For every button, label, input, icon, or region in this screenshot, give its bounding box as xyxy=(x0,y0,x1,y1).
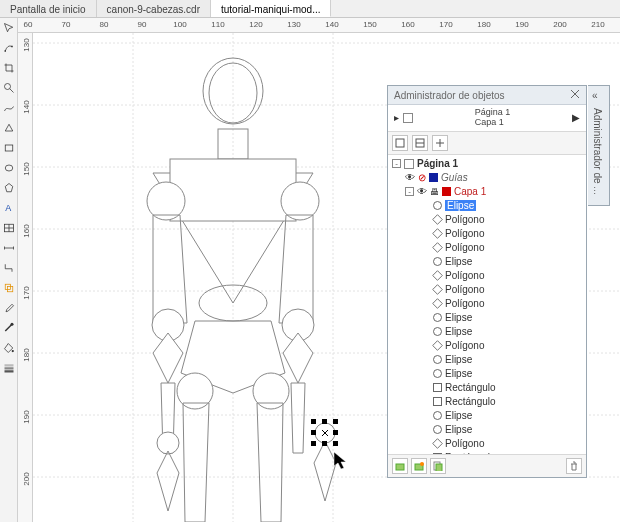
mannequin-figure[interactable] xyxy=(147,58,336,522)
tree-object-row[interactable]: Elipse xyxy=(388,367,586,381)
svg-line-3 xyxy=(10,89,14,93)
ruler-vertical[interactable]: 130140150160170180190200 xyxy=(18,33,33,522)
tree-object-row[interactable]: Polígono xyxy=(388,339,586,353)
outline-tool-icon[interactable] xyxy=(0,318,18,338)
collapse-icon[interactable]: - xyxy=(392,159,401,168)
ruler-tick: 120 xyxy=(249,20,262,29)
tree-object-row[interactable]: Elipse xyxy=(388,325,586,339)
tree-object-row[interactable]: Elipse xyxy=(388,199,586,213)
tree-layer-row[interactable]: - 👁 🖶 Capa 1 xyxy=(388,185,586,199)
object-label: Elipse xyxy=(445,326,472,337)
tree-object-row[interactable]: Elipse xyxy=(388,353,586,367)
object-label: Polígono xyxy=(445,242,484,253)
polygon-icon xyxy=(432,228,443,239)
ellipse-icon xyxy=(433,425,442,434)
doc-tab[interactable]: canon-9-cabezas.cdr xyxy=(97,0,211,17)
flyout-icon[interactable]: ▸ xyxy=(394,112,399,123)
ruler-tick: 90 xyxy=(138,20,147,29)
panel-titlebar[interactable]: Administrador de objetos xyxy=(388,86,586,105)
svg-point-33 xyxy=(147,182,185,220)
polygon-tool-icon[interactable] xyxy=(0,178,18,198)
new-page-layer-icon[interactable] xyxy=(430,458,446,474)
ruler-horizontal[interactable]: 6070809010011012013014015016017018019020… xyxy=(18,18,620,33)
tree-object-row[interactable]: Elipse xyxy=(388,311,586,325)
polygon-icon xyxy=(432,438,443,449)
tree-guides-row[interactable]: 👁 ⊘ Guías xyxy=(388,171,586,185)
tree-object-row[interactable]: Polígono xyxy=(388,213,586,227)
ruler-tick: 130 xyxy=(22,38,31,53)
tree-object-row[interactable]: Polígono xyxy=(388,241,586,255)
ruler-tick: 130 xyxy=(287,20,300,29)
ellipse-icon xyxy=(433,369,442,378)
tree-object-row[interactable]: Polígono xyxy=(388,227,586,241)
collapse-icon[interactable]: - xyxy=(405,187,414,196)
ellipse-tool-icon[interactable] xyxy=(0,158,18,178)
object-label: Elipse xyxy=(445,256,472,267)
ruler-tick: 200 xyxy=(22,472,31,487)
panel-btn-3-icon[interactable] xyxy=(432,135,448,151)
trash-icon[interactable] xyxy=(566,458,582,474)
svg-rect-47 xyxy=(311,441,316,446)
new-master-layer-icon[interactable] xyxy=(411,458,427,474)
panel-btn-2-icon[interactable] xyxy=(412,135,428,151)
freehand-tool-icon[interactable] xyxy=(0,98,18,118)
shape-tool-icon[interactable] xyxy=(0,38,18,58)
color-swatch xyxy=(442,187,451,196)
svg-rect-43 xyxy=(322,419,327,424)
doc-tab[interactable]: Pantalla de inicio xyxy=(0,0,97,17)
page-label: Página 1 xyxy=(417,158,458,169)
ellipse-icon xyxy=(433,313,442,322)
selection-handles[interactable] xyxy=(311,419,338,446)
page-icon xyxy=(404,159,414,169)
panel-btn-1-icon[interactable] xyxy=(392,135,408,151)
object-tree[interactable]: - Página 1 👁 ⊘ Guías - 👁 🖶 Capa 1 Elipse… xyxy=(388,155,586,455)
object-label: Polígono xyxy=(445,228,484,239)
eye-icon[interactable]: 👁 xyxy=(417,186,427,197)
mesh-tool-icon[interactable] xyxy=(0,358,18,378)
ellipse-icon xyxy=(433,257,442,266)
expand-arrow-icon[interactable]: « xyxy=(592,90,598,101)
polygon-icon xyxy=(432,270,443,281)
tree-object-row[interactable]: Elipse xyxy=(388,255,586,269)
chevron-right-icon[interactable]: ▶ xyxy=(572,112,580,123)
eyedrop-tool-icon[interactable] xyxy=(0,298,18,318)
svg-rect-0 xyxy=(5,50,7,52)
smart-tool-icon[interactable] xyxy=(0,118,18,138)
ruler-tick: 160 xyxy=(401,20,414,29)
tree-page-row[interactable]: - Página 1 xyxy=(388,157,586,171)
connector-tool-icon[interactable] xyxy=(0,258,18,278)
svg-rect-1 xyxy=(11,46,13,48)
ruler-tick: 170 xyxy=(439,20,452,29)
rectangle-tool-icon[interactable] xyxy=(0,138,18,158)
dimension-tool-icon[interactable] xyxy=(0,238,18,258)
effects-tool-icon[interactable] xyxy=(0,278,18,298)
tree-object-row[interactable]: Rectángulo xyxy=(388,381,586,395)
object-label: Rectángulo xyxy=(445,396,496,407)
tree-object-row[interactable]: Elipse xyxy=(388,409,586,423)
tree-object-row[interactable]: Polígono xyxy=(388,283,586,297)
crop-tool-icon[interactable] xyxy=(0,58,18,78)
zoom-tool-icon[interactable] xyxy=(0,78,18,98)
pick-tool-icon[interactable] xyxy=(0,18,18,38)
tree-object-row[interactable]: Polígono xyxy=(388,297,586,311)
doc-tab-active[interactable]: tutorial-maniqui-mod... xyxy=(211,0,331,17)
tree-object-row[interactable]: Elipse xyxy=(388,423,586,437)
print-icon[interactable]: 🖶 xyxy=(430,187,439,197)
text-tool-icon[interactable]: A xyxy=(0,198,18,218)
object-label: Polígono xyxy=(445,340,484,351)
collapsed-side-panel[interactable]: « Administrador de ... xyxy=(588,85,610,206)
new-layer-icon[interactable] xyxy=(392,458,408,474)
tree-object-row[interactable]: Polígono xyxy=(388,269,586,283)
object-label: Polígono xyxy=(445,438,484,449)
panel-subheader[interactable]: ▸ Página 1 Capa 1 ▶ xyxy=(388,105,586,132)
ellipse-icon xyxy=(433,411,442,420)
tree-object-row[interactable]: Rectángulo xyxy=(388,395,586,409)
fill-tool-icon[interactable] xyxy=(0,338,18,358)
eye-icon[interactable]: 👁 xyxy=(405,172,415,183)
ruler-tick: 80 xyxy=(100,20,109,29)
ruler-tick: 180 xyxy=(477,20,490,29)
svg-point-2 xyxy=(5,84,11,90)
panel-close-icon[interactable] xyxy=(570,89,580,101)
tree-object-row[interactable]: Polígono xyxy=(388,437,586,451)
table-tool-icon[interactable] xyxy=(0,218,18,238)
